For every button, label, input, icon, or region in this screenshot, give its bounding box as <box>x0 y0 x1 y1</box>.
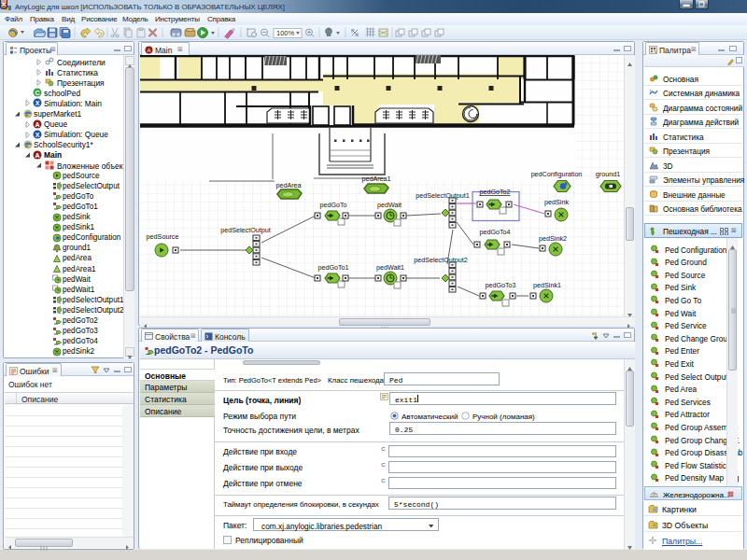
svg-text:C: C <box>35 90 39 96</box>
svg-text:pedSink1: pedSink1 <box>533 281 561 289</box>
svg-text:pedSink2: pedSink2 <box>539 234 567 243</box>
svg-text:pedSource: pedSource <box>147 232 179 241</box>
svg-text:pedGoTo: pedGoTo <box>319 201 346 209</box>
svg-text:pedSelectOutput2: pedSelectOutput2 <box>414 256 468 264</box>
svg-text:pedGoTo3: pedGoTo3 <box>485 281 515 289</box>
svg-text:pedGoTo1: pedGoTo1 <box>317 263 348 272</box>
svg-text:pedGoTo2: pedGoTo2 <box>479 188 510 196</box>
svg-text:pedSink: pedSink <box>544 198 569 206</box>
svg-text:A: A <box>35 152 39 159</box>
svg-text:100%: 100% <box>276 29 295 37</box>
svg-text:pedSelectOutput1: pedSelectOutput1 <box>416 191 470 200</box>
svg-text:ground1: ground1 <box>596 170 620 178</box>
svg-text:X: X <box>35 131 40 137</box>
svg-text:A: A <box>35 120 39 127</box>
svg-text:pedWait1: pedWait1 <box>376 263 404 272</box>
svg-text:pedArea1: pedArea1 <box>361 175 390 183</box>
svg-text:pedWait: pedWait <box>377 201 402 209</box>
svg-text:pedConfiguration: pedConfiguration <box>531 170 583 178</box>
svg-text:X: X <box>35 100 40 106</box>
svg-text:A: A <box>147 48 150 53</box>
svg-text:pedSelectOutput: pedSelectOutput <box>220 226 271 234</box>
svg-text:pedGoTo4: pedGoTo4 <box>479 228 510 236</box>
svg-text:pedArea: pedArea <box>275 181 301 189</box>
